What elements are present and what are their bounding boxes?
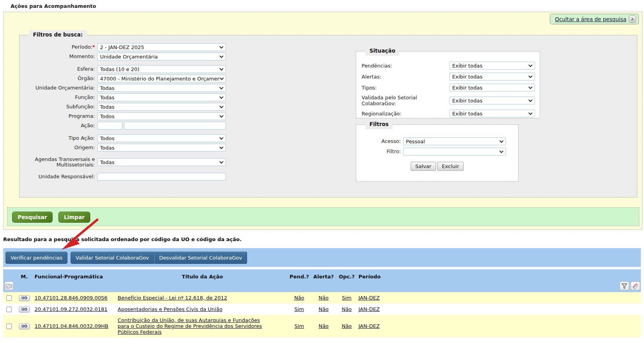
- chevron-down-icon: [528, 99, 533, 102]
- uo-badge[interactable]: UO: [19, 307, 30, 313]
- chevron-down-icon: [219, 137, 224, 140]
- alerta-link[interactable]: Não: [318, 306, 329, 312]
- field-row-momento: Momento: Unidade Orçamentária: [20, 53, 231, 60]
- search-actions-bar: Pesquisar Limpar: [7, 207, 639, 226]
- alerta-link[interactable]: Não: [318, 323, 329, 329]
- acao-label: Ação:: [20, 123, 97, 128]
- hide-search-button[interactable]: Ocultar a área de pesquisa ∧: [550, 14, 639, 24]
- row-checkbox[interactable]: [6, 307, 12, 312]
- opc-link[interactable]: Não: [342, 306, 352, 312]
- uo-badge[interactable]: UO: [19, 295, 30, 301]
- tipo-acao-label: Tipo Ação:: [20, 135, 97, 141]
- origem-select[interactable]: Todas: [97, 144, 226, 152]
- limpar-button[interactable]: Limpar: [58, 212, 90, 223]
- titulo-link[interactable]: Aposentadorias e Pensões Civis da União: [118, 306, 222, 312]
- chevron-down-icon: [219, 161, 224, 164]
- momento-label: Momento:: [20, 54, 97, 59]
- salvar-button[interactable]: Salvar: [411, 162, 436, 171]
- pend-link[interactable]: Sim: [295, 323, 304, 329]
- titulo-link[interactable]: Contribuição da União, de suas Autarquia…: [118, 317, 269, 335]
- periodo-select[interactable]: 2 - JAN-DEZ 2025: [97, 43, 226, 51]
- field-row-periodo: Período:* 2 - JAN-DEZ 2025: [20, 43, 231, 51]
- funcional-link[interactable]: 10.47101.04.846.0032.09HB: [35, 323, 108, 329]
- header-titulo: Título da Ação: [118, 274, 287, 280]
- validada-setorial-select[interactable]: Exibir todas: [449, 97, 535, 104]
- search-form-left: Período:* 2 - JAN-DEZ 2025 Momento: Unid…: [20, 43, 231, 182]
- search-filters-legend: Filtros de busca:: [29, 30, 87, 40]
- pendencias-select[interactable]: Exibir todas: [449, 62, 535, 69]
- regionalizacao-select[interactable]: Exibir todas: [449, 110, 535, 117]
- periodo-link[interactable]: JAN-DEZ: [358, 295, 380, 301]
- field-row-unidade-orcamentaria: Unidade Orçamentária: Todas: [20, 84, 231, 92]
- programa-select[interactable]: Todos: [97, 112, 226, 120]
- acao-code-input[interactable]: [97, 122, 122, 130]
- situacao-row-pendencias: Pendências: Exibir todas: [362, 62, 535, 69]
- situacao-row-validada: Validada pelo Setorial ColaboraGov: Exib…: [362, 95, 535, 106]
- periodo-link[interactable]: JAN-DEZ: [358, 306, 380, 312]
- hide-search-link[interactable]: Ocultar a área de pesquisa: [555, 16, 626, 22]
- chevron-down-icon: [528, 112, 533, 115]
- acao-name-input[interactable]: [124, 122, 226, 130]
- tipos-select[interactable]: Exibir todas: [449, 84, 535, 91]
- chevron-down-icon: [220, 77, 224, 80]
- header-m: M.: [15, 274, 34, 280]
- programa-label: Programa:: [20, 113, 97, 119]
- periodo-link[interactable]: JAN-DEZ: [358, 323, 380, 329]
- verificar-pendencias-button[interactable]: Verificar pendências: [5, 252, 67, 264]
- acesso-select[interactable]: Pessoal: [403, 137, 506, 145]
- results-table: M. Funcional-Programática Título da Ação…: [3, 269, 641, 337]
- eraser-icon[interactable]: [631, 282, 640, 290]
- pesquisar-button[interactable]: Pesquisar: [12, 212, 53, 223]
- search-filters-fieldset: Filtros de busca: Período:* 2 - JAN-DEZ …: [19, 35, 637, 198]
- filtro-select[interactable]: [403, 148, 506, 155]
- funcional-link[interactable]: 20.47101.09.272.0032.0181: [35, 306, 107, 312]
- row-checkbox[interactable]: [6, 324, 12, 329]
- field-row-subfuncao: Subfunção: Todas: [20, 103, 231, 111]
- tipo-acao-select[interactable]: Todos: [97, 134, 226, 142]
- situacao-row-alertas: Alertas: Exibir todas: [362, 73, 535, 80]
- select-all-icon[interactable]: ✓: [5, 282, 13, 290]
- chevron-down-icon: [499, 150, 504, 153]
- uo-badge[interactable]: UO: [19, 324, 30, 329]
- funcao-select[interactable]: Todas: [97, 93, 226, 101]
- excluir-button[interactable]: Excluir: [437, 162, 464, 171]
- field-row-unidade-responsavel: Unidade Responsável:: [20, 173, 231, 181]
- agendas-label-line1: Agendas Transversais e: [35, 156, 95, 162]
- alertas-select[interactable]: Exibir todas: [449, 73, 535, 80]
- esfera-select[interactable]: Todas (10 e 20): [97, 65, 226, 73]
- unidade-responsavel-input[interactable]: [97, 173, 226, 181]
- field-row-agendas: Agendas Transversais eMultissetoriais: T…: [20, 157, 231, 168]
- validar-setorial-button[interactable]: Validar Setorial ColaboraGov: [71, 252, 154, 264]
- results-summary: Resultado para a pesquisa solicitada ord…: [3, 236, 242, 242]
- opc-link[interactable]: Sim: [342, 295, 352, 301]
- opc-link[interactable]: Não: [342, 323, 352, 329]
- filter-icon[interactable]: [620, 282, 629, 290]
- field-row-orgao: Órgão: 47000 - Ministério do Planejament…: [20, 75, 231, 82]
- orgao-select[interactable]: 47000 - Ministério do Planejamento e Orç…: [97, 75, 226, 82]
- alerta-link[interactable]: Não: [318, 295, 329, 301]
- search-panel: Ocultar a área de pesquisa ∧ Filtros de …: [3, 12, 642, 230]
- periodo-label: Período:: [72, 44, 93, 50]
- pend-link[interactable]: Não: [294, 295, 304, 301]
- pend-link[interactable]: Sim: [295, 306, 304, 312]
- collapse-up-icon[interactable]: ∧: [629, 15, 636, 23]
- chevron-down-icon: [219, 55, 224, 58]
- row-checkbox[interactable]: [6, 295, 12, 301]
- header-periodo: Período: [358, 274, 395, 280]
- situacao-legend: Situação: [366, 46, 399, 56]
- subfuncao-select[interactable]: Todas: [97, 103, 226, 111]
- agendas-select[interactable]: Todas: [97, 158, 226, 166]
- momento-select[interactable]: Unidade Orçamentária: [97, 53, 226, 60]
- page-title: Ações para Acompanhamento: [11, 3, 96, 9]
- funcional-link[interactable]: 10.47101.28.846.0909.00S6: [35, 295, 107, 301]
- table-row: UO 10.47101.28.846.0909.00S6 Benefício E…: [3, 292, 641, 304]
- header-opc: Opc.?: [336, 274, 358, 280]
- unidade-orcamentaria-select[interactable]: Todas: [97, 84, 226, 92]
- chevron-down-icon: [528, 86, 533, 89]
- field-row-tipo-acao: Tipo Ação: Todos: [20, 134, 231, 142]
- field-row-origem: Origem: Todas: [20, 144, 231, 152]
- chevron-down-icon: [219, 87, 224, 90]
- header-pend: Pend.?: [287, 274, 311, 280]
- titulo-link[interactable]: Benefício Especial - Lei nº 12.618, de 2…: [118, 295, 227, 301]
- desvalidar-setorial-button[interactable]: Desvalidar Setorial ColaboraGov: [154, 252, 247, 264]
